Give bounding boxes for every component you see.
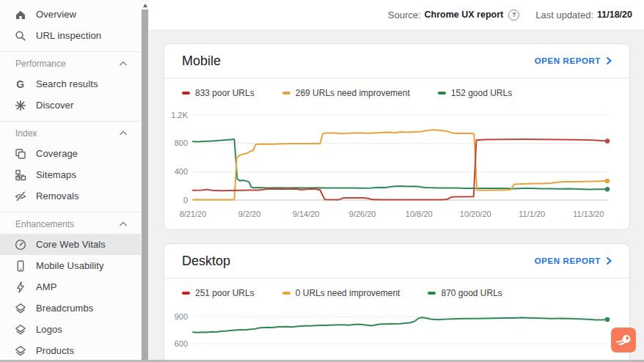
last-updated-value: 11/18/20 — [597, 10, 632, 20]
desktop-chart[interactable]: 600900 — [164, 301, 629, 362]
sidebar-item-core-web-vitals[interactable]: Core Web Vitals — [0, 234, 141, 255]
svg-text:800: 800 — [175, 138, 188, 147]
svg-text:900: 900 — [175, 312, 188, 321]
legend-swatch — [282, 92, 290, 95]
section-title: Performance — [15, 59, 119, 69]
svg-text:1.2K: 1.2K — [171, 111, 188, 119]
card-title: Desktop — [182, 254, 230, 269]
sidebar-item-coverage[interactable]: Coverage — [0, 143, 141, 164]
chart-legend: 251 poor URLs 0 URLs need improvement 87… — [164, 278, 629, 298]
sitemaps-tree-icon — [14, 169, 27, 182]
legend-item-poor: 251 poor URLs — [182, 288, 255, 298]
report-meta-bar: Source: Chrome UX report ? Last updated:… — [149, 0, 644, 30]
sidebar-item-label: Discover — [36, 100, 73, 111]
google-g-icon: G — [14, 78, 27, 91]
svg-text:0: 0 — [183, 196, 188, 204]
mobile-chart[interactable]: 04008001.2K8/21/209/2/209/14/209/26/2010… — [164, 101, 629, 226]
svg-text:400: 400 — [175, 167, 188, 176]
sidebar-section-enhancements[interactable]: Enhancements — [0, 215, 141, 234]
chevron-right-icon — [606, 56, 612, 65]
sidebar-item-overview[interactable]: Overview — [0, 4, 141, 25]
legend-item-poor: 833 poor URLs — [182, 88, 255, 98]
legend-item-needs-improvement: 269 URLs need improvement — [282, 88, 410, 98]
main-content: Source: Chrome UX report ? Last updated:… — [149, 0, 644, 362]
report-body: Mobile OPEN REPORT 833 poor URLs 269 URL… — [149, 29, 644, 362]
desktop-card: Desktop OPEN REPORT 251 poor URLs 0 URLs… — [164, 243, 630, 362]
help-icon[interactable]: ? — [508, 10, 519, 21]
sidebar-item-products[interactable]: Products — [0, 340, 141, 361]
search-icon — [14, 29, 27, 43]
phone-icon — [14, 259, 27, 273]
scrollbar-up-arrow-icon[interactable] — [141, 1, 149, 9]
sidebar-item-label: Search results — [36, 78, 98, 89]
sidebar-item-search-results[interactable]: G Search results — [0, 73, 141, 95]
sidebar-item-label: URL inspection — [36, 30, 101, 41]
sidebar-section-index[interactable]: Index — [0, 124, 141, 143]
scrollbar-thumb[interactable] — [142, 10, 148, 360]
sidebar-item-label: AMP — [36, 281, 56, 292]
sidebar-item-label: Logos — [36, 324, 62, 335]
section-title: Index — [15, 128, 119, 138]
svg-text:9/26/20: 9/26/20 — [349, 210, 376, 218]
legend-label: 152 good URLs — [451, 88, 512, 98]
svg-text:11/1/20: 11/1/20 — [519, 210, 545, 218]
chevron-up-icon — [119, 130, 128, 136]
chevron-up-icon — [119, 61, 128, 67]
mobile-card: Mobile OPEN REPORT 833 poor URLs 269 URL… — [164, 43, 630, 230]
legend-label: 870 good URLs — [441, 288, 502, 298]
section-title: Enhancements — [15, 219, 119, 229]
home-icon — [14, 8, 27, 21]
sidebar-item-amp[interactable]: AMP — [0, 276, 141, 298]
sidebar-item-discover[interactable]: Discover — [0, 95, 141, 116]
sidebar-section-performance[interactable]: Performance — [0, 54, 141, 73]
sidebar-item-label: Overview — [36, 9, 76, 20]
sidebar-scrollbar[interactable] — [141, 0, 149, 362]
sidebar-item-label: Mobile Usability — [36, 260, 104, 271]
sidebar-item-label: Breadcrumbs — [36, 303, 93, 314]
svg-text:10/20/20: 10/20/20 — [460, 210, 491, 218]
lightning-icon — [14, 281, 27, 294]
svg-text:9/2/20: 9/2/20 — [238, 210, 261, 218]
last-updated-label: Last updated: — [535, 10, 593, 21]
card-header: Mobile OPEN REPORT — [164, 44, 629, 78]
card-header: Desktop OPEN REPORT — [164, 244, 629, 278]
legend-swatch — [282, 292, 290, 295]
sidebar: Overview URL inspection Performance G Se… — [0, 0, 141, 362]
legend-label: 269 URLs need improvement — [296, 88, 410, 98]
sidebar-item-sitemaps[interactable]: Sitemaps — [0, 164, 141, 185]
svg-text:G: G — [16, 78, 24, 89]
sidebar-divider — [0, 51, 141, 52]
sidebar-item-label: Coverage — [36, 148, 78, 159]
legend-swatch — [438, 92, 446, 95]
source-value: Chrome UX report — [425, 10, 504, 20]
chevron-up-icon — [119, 221, 128, 227]
legend-swatch — [182, 292, 190, 295]
svg-text:10/8/20: 10/8/20 — [406, 210, 433, 218]
sidebar-item-removals[interactable]: Removals — [0, 185, 141, 207]
open-report-link[interactable]: OPEN REPORT — [535, 56, 612, 65]
chevron-right-icon — [606, 256, 612, 265]
sidebar-item-url-inspection[interactable]: URL inspection — [0, 25, 141, 46]
legend-item-needs-improvement: 0 URLs need improvement — [282, 288, 400, 298]
legend-label: 0 URLs need improvement — [296, 288, 400, 298]
semrush-logo — [611, 328, 636, 352]
layers-icon — [14, 344, 27, 358]
sidebar-item-label: Products — [36, 345, 74, 356]
legend-label: 251 poor URLs — [195, 288, 255, 298]
legend-swatch — [182, 92, 190, 95]
sidebar-item-mobile-usability[interactable]: Mobile Usability — [0, 255, 141, 276]
svg-text:11/13/20: 11/13/20 — [573, 210, 604, 218]
discover-asterisk-icon — [14, 99, 27, 112]
gauge-icon — [14, 238, 27, 251]
sidebar-item-breadcrumbs[interactable]: Breadcrumbs — [0, 298, 141, 319]
layers-icon — [14, 323, 27, 336]
sidebar-item-label: Sitemaps — [36, 169, 76, 180]
open-report-link[interactable]: OPEN REPORT — [535, 256, 612, 265]
sidebar-item-logos[interactable]: Logos — [0, 319, 141, 340]
svg-text:9/14/20: 9/14/20 — [293, 210, 320, 218]
sidebar-item-label: Removals — [36, 191, 79, 202]
open-report-label: OPEN REPORT — [535, 56, 601, 65]
sidebar-item-label: Core Web Vitals — [36, 239, 106, 250]
sidebar-divider — [0, 212, 141, 213]
legend-label: 833 poor URLs — [195, 88, 255, 98]
